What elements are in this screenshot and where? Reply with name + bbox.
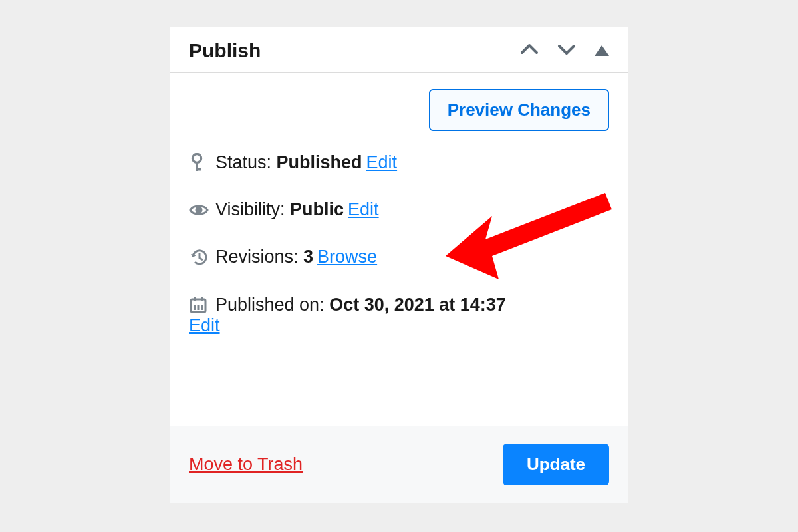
revisions-count: 3 (303, 243, 313, 271)
revisions-browse-link[interactable]: Browse (317, 243, 377, 271)
panel-title: Publish (189, 39, 261, 62)
move-up-icon[interactable] (520, 43, 539, 59)
svg-point-0 (193, 154, 201, 162)
svg-rect-5 (194, 297, 196, 301)
svg-rect-7 (194, 305, 196, 310)
published-on-label: Published on: (215, 291, 329, 319)
history-icon (189, 247, 215, 267)
move-down-icon[interactable] (557, 43, 576, 59)
visibility-row: Visibility: Public Edit (189, 196, 609, 224)
svg-point-3 (196, 207, 201, 213)
published-on-value: Oct 30, 2021 at 14:37 (329, 291, 506, 319)
svg-rect-2 (196, 168, 201, 171)
move-to-trash-link[interactable]: Move to Trash (189, 454, 303, 475)
status-label: Status: (215, 148, 277, 177)
panel-body: Preview Changes Status: Published Edit V… (170, 73, 628, 426)
preview-changes-button[interactable]: Preview Changes (429, 89, 609, 131)
svg-rect-8 (198, 305, 200, 310)
status-edit-link[interactable]: Edit (366, 148, 398, 177)
visibility-edit-link[interactable]: Edit (348, 196, 379, 224)
panel-header: Publish (170, 27, 628, 73)
published-on-edit-link[interactable]: Edit (189, 311, 220, 340)
update-button[interactable]: Update (503, 444, 609, 485)
svg-rect-9 (201, 305, 203, 310)
header-controls (520, 43, 609, 59)
revisions-label: Revisions: (215, 243, 303, 271)
panel-footer: Move to Trash Update (170, 426, 628, 503)
visibility-value: Public (290, 196, 344, 224)
collapse-icon[interactable] (595, 45, 609, 56)
visibility-label: Visibility: (215, 196, 290, 224)
status-row: Status: Published Edit (189, 148, 609, 177)
eye-icon (189, 203, 215, 217)
key-icon (189, 153, 215, 173)
svg-rect-6 (201, 297, 203, 301)
publish-panel: Publish Preview Changes Status: Publishe… (170, 27, 628, 503)
revisions-row: Revisions: 3 Browse (189, 243, 609, 271)
status-value: Published (277, 148, 362, 177)
